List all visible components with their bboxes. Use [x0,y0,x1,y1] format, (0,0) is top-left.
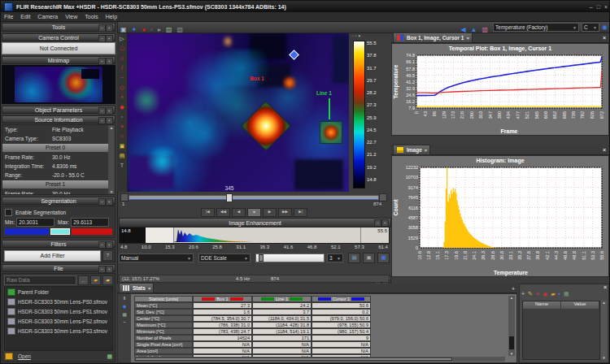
panel-menu-icon[interactable]: ▪ [106,117,113,124]
export-list-icon[interactable]: ▦ [107,353,112,360]
tab-image-histogram[interactable]: Image × [393,145,430,155]
file-list-item[interactable]: HSDR-SC8303 50mm Lens-PS1.sfmov [5,306,112,316]
add-filter-button[interactable]: Add Filter [4,250,101,262]
open-link[interactable]: Open [18,353,107,359]
camera-control-header[interactable]: Camera Control–▪ [2,33,115,41]
panel-minimize-icon[interactable]: – [98,266,106,273]
enhancement-slider-thumb[interactable] [259,254,264,262]
slider-right-end[interactable] [379,193,387,202]
menu-item-view[interactable]: View [65,14,77,20]
palette-tool-icon[interactable]: ▣ [120,141,125,151]
close-icon[interactable]: × [425,148,428,153]
box-tool-icon[interactable]: □ [120,44,124,54]
close-button[interactable]: × [604,4,608,10]
line1-annotation-label[interactable]: Line 1 [316,90,332,96]
panel-menu-icon[interactable]: ▪ [106,35,113,42]
menu-item-camera[interactable]: Camera [37,14,58,20]
layers-icon[interactable]: ▨ [166,26,172,33]
folder-up-icon[interactable]: ▰ [90,275,101,285]
tools-panel-header[interactable]: Tools–▪ [2,23,115,32]
panel-minimize-icon[interactable]: – [98,117,106,124]
playback-button-3[interactable]: ■ [247,208,261,217]
enhancement-slider[interactable] [255,254,325,262]
slider-left-end[interactable] [120,193,129,202]
file-list-item[interactable]: HSDR-SC8303 50mm Lens-PS0.sfmov [5,297,112,306]
cursor1-marker[interactable] [289,50,299,60]
marker-tool-icon[interactable]: ◆ [120,102,124,112]
parent-folder-item[interactable]: Parent Folder [5,287,112,297]
menu-item-edit[interactable]: Edit [20,14,30,20]
polygon-tool-icon[interactable]: ◇ [120,83,124,93]
enhancement-scale-dropdown[interactable]: DDE Scale▼ [198,254,251,262]
minimap-thermal-image[interactable] [15,67,102,102]
apply-palette-button[interactable]: ▦ [377,253,390,263]
tab-temporal-plot[interactable]: Box 1, Image, Cursor 1 × [393,32,473,43]
add-note-icon[interactable]: + [521,291,525,297]
playback-button-0[interactable]: |◀ [201,208,215,217]
maximize-button[interactable]: □ [597,4,600,10]
close-icon[interactable]: × [466,36,469,41]
menu-item-tools[interactable]: Tools [85,14,98,20]
delete-note-icon[interactable]: × [536,291,539,297]
record-note-icon[interactable]: ◉ [542,291,547,297]
plot-settings-button[interactable]: ▤ [348,253,360,263]
save-stats-icon[interactable]: ◆ [123,303,127,309]
add-column-button[interactable]: + [512,286,515,292]
enhancement-right-marker[interactable] [360,228,361,243]
crosshair-icon[interactable]: ✦ [132,26,137,33]
minimap[interactable] [2,65,115,104]
save-note-icon[interactable]: ▪ [559,291,560,297]
plot-stats-icon[interactable]: ~ [123,319,126,324]
source-information-header[interactable]: Source Information–▪ [2,115,115,124]
stats-vertical-scrollbar[interactable]: ▲▼ [508,296,515,356]
panel-menu-icon[interactable]: ▪ [106,107,113,115]
panel-minimize-icon[interactable]: – [98,107,106,115]
file-filter-input[interactable]: Raw Data [4,275,76,285]
close-icon[interactable]: × [603,35,608,41]
panel-minimize-icon[interactable]: – [98,241,106,249]
menu-item-help[interactable]: Help [106,14,117,20]
segmentation-header[interactable]: Segmentation–▪ [2,197,115,205]
edit-note-icon[interactable]: ✎ [528,291,533,297]
playback-button-5[interactable]: ▶▶ [278,208,292,217]
file-list-item[interactable]: HSDR-SC8303 50mm Lens-PS2.sfmov [5,316,112,326]
frame-slider[interactable] [120,193,387,201]
notes-scrollbar[interactable]: ▲▼ [601,301,607,360]
menu-item-file[interactable]: File [4,14,13,20]
close-icon[interactable]: × [603,147,608,153]
lock-scale-button[interactable]: ▣ [363,253,375,263]
delete-roi-icon[interactable]: × [120,122,124,132]
palette-icon[interactable]: ▥ [481,26,488,33]
polyline-tool-icon[interactable]: ~ [120,73,124,83]
delete-all-roi-icon[interactable]: × [120,132,124,141]
thermal-image-view[interactable]: Box 1 Line 1 [128,33,349,192]
palette-dropdown[interactable]: Temperature (Factory)▼ [493,23,579,32]
object-parameters-header[interactable]: Object Parameters–▪ [2,106,115,114]
source-info-scrollbar[interactable]: ▲▼ [108,125,115,194]
close-icon[interactable]: × [603,284,607,290]
panel-minimize-icon[interactable]: – [374,219,381,227]
browse-button[interactable]: ... [78,275,89,285]
record-icon[interactable]: ● [142,26,146,33]
color-scale-bar[interactable] [353,41,365,188]
playback-button-4[interactable]: ▶ [263,208,277,217]
text-tool-icon[interactable]: T [120,161,124,171]
panel-menu-icon[interactable]: ▪ [106,24,113,32]
enhancement-spinner[interactable]: 3▼ [327,254,343,262]
line-tool-icon[interactable]: / [121,63,123,73]
panel-minimize-icon[interactable]: – [98,198,106,206]
export-frames-icon[interactable]: ▧ [177,26,184,33]
pointer-tool-icon[interactable]: ▷ [120,34,124,44]
open-note-icon[interactable]: ▰ [551,291,555,297]
export-stats-icon[interactable]: ▦ [122,311,127,317]
ellipse-tool-icon[interactable]: ○ [120,54,124,63]
cross-tool-icon[interactable]: + [120,93,124,102]
pause-updates-icon[interactable]: ‖ [124,296,125,301]
panel-menu-icon[interactable]: ▪ [106,241,113,249]
new-folder-icon[interactable]: ▰ [102,275,113,285]
file-panel-header[interactable]: File–▪ [2,264,115,272]
playback-button-1[interactable]: ◀◀ [216,208,230,217]
file-list-item[interactable]: HSDR-SC8303 50mm Lens-PS3.sfmov [5,326,112,336]
small-roi-icon[interactable]: ▫ [121,112,123,122]
seg-min-input[interactable]: 20.3031 [16,218,54,227]
